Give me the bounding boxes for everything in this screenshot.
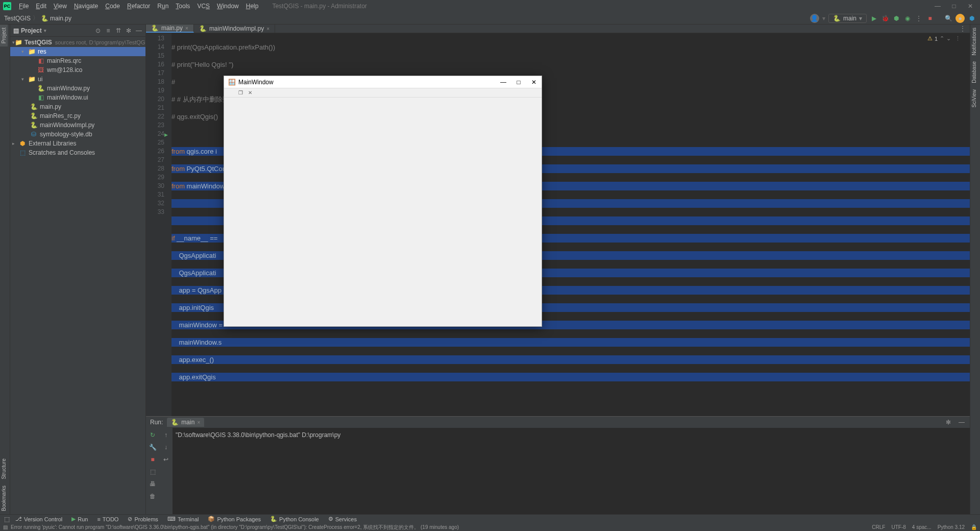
tree-external-libs[interactable]: ▸⬢ External Libraries — [10, 139, 145, 148]
select-opened-file-icon[interactable]: ⊙ — [94, 27, 102, 34]
menu-view[interactable]: View — [50, 3, 70, 10]
status-message[interactable]: Error running 'pyuic': Cannot run progra… — [11, 524, 459, 531]
search-icon[interactable]: 🔍 — [944, 14, 952, 22]
crumb-file[interactable]: main.py — [50, 15, 71, 22]
menu-navigate[interactable]: Navigate — [70, 3, 102, 10]
tree-root[interactable]: ▾📁 TestQGIS sources root, D:\program\py\… — [10, 38, 145, 47]
tree-file-mainres-rc[interactable]: 🐍 mainRes_rc.py — [10, 111, 145, 120]
line-separator[interactable]: CRLF — [872, 524, 885, 530]
down-icon[interactable]: ↓ — [162, 443, 170, 451]
wrench-icon[interactable]: 🔧 — [149, 443, 157, 451]
tool-bookmarks-tab[interactable]: Bookmarks — [0, 482, 8, 514]
editor-tab-main[interactable]: 🐍 main.py × — [146, 25, 194, 33]
menu-code[interactable]: Code — [102, 3, 124, 10]
menu-vcs[interactable]: VCS — [193, 3, 213, 10]
popup-minimize-icon[interactable]: — — [500, 79, 507, 86]
bottom-run[interactable]: ▶Run — [67, 516, 92, 522]
menu-edit[interactable]: Edit — [32, 3, 50, 10]
tree-scratches[interactable]: ⬚ Scratches and Consoles — [10, 148, 145, 157]
editor-tab-impl[interactable]: 🐍 mainWindowImpl.py × — [194, 25, 275, 33]
popup-tool-close-icon[interactable]: ✕ — [248, 90, 252, 95]
rerun-icon[interactable]: ↻ — [149, 431, 157, 439]
settings-icon[interactable]: ✻ — [125, 27, 132, 34]
tool-database-tab[interactable]: Database — [970, 58, 978, 86]
bottom-services[interactable]: ⚙Services — [324, 516, 361, 522]
run-gutter-icon[interactable]: ▶ — [164, 132, 168, 137]
tool-sciview-tab[interactable]: SciView — [970, 86, 978, 110]
menu-refactor[interactable]: Refactor — [124, 3, 154, 10]
tree-file-symbology[interactable]: ⛁ symbology-style.db — [10, 130, 145, 139]
menu-help[interactable]: Help — [242, 3, 262, 10]
interpreter[interactable]: Python 3.12 — [938, 524, 965, 530]
inspection-badge[interactable]: ⚠ 1 ⌃ ⌄ ⋮ — [927, 35, 961, 42]
ide-updates-icon[interactable]: ⬢ — [968, 14, 976, 22]
bottom-python-packages[interactable]: 📦Python Packages — [204, 516, 265, 522]
tool-project-tab[interactable]: Project — [0, 25, 8, 46]
close-icon[interactable]: ✕ — [967, 3, 974, 10]
editor-tab-options-icon[interactable]: ⋮ — [955, 25, 970, 33]
run-button-icon[interactable]: ▶ — [870, 14, 878, 22]
event-log-icon[interactable]: ▤ — [3, 524, 8, 530]
layout-icon[interactable]: ⬚ — [149, 468, 157, 476]
close-tab-icon[interactable]: × — [266, 26, 270, 32]
run-settings-icon[interactable]: ✻ — [944, 418, 952, 426]
popup-maximize-icon[interactable]: □ — [515, 79, 522, 86]
up-icon[interactable]: ↑ — [162, 431, 170, 439]
lock-icon[interactable]: 🔒 — [971, 524, 977, 530]
bottom-todo[interactable]: ≡TODO — [93, 516, 122, 522]
crumb-project[interactable]: TestQGIS — [4, 15, 31, 22]
tree-folder-res[interactable]: ▾📁 res — [10, 47, 145, 56]
file-encoding[interactable]: UTF-8 — [891, 524, 905, 530]
stop-button-icon[interactable]: ■ — [926, 14, 934, 22]
tool-notifications-tab[interactable]: Notifications — [970, 25, 978, 58]
bottom-problems[interactable]: ⊘Problems — [124, 516, 162, 522]
expand-all-icon[interactable]: ≡ — [105, 27, 112, 34]
user-avatar-icon[interactable]: 👤 — [810, 14, 819, 23]
popup-mainwindow[interactable]: 🪟 MainWindow — □ ✕ ❐ ✕ — [224, 76, 542, 327]
close-tab-icon[interactable]: × — [197, 420, 200, 425]
soft-wrap-icon[interactable]: ↩ — [162, 455, 170, 464]
tree-file-mainres[interactable]: ◧ mainRes.qrc — [10, 56, 145, 65]
python-file-icon: 🐍 — [41, 15, 48, 22]
run-tab[interactable]: 🐍 main × — [167, 418, 204, 427]
indent-config[interactable]: 4 spac... — [912, 524, 932, 530]
tree-file-mainwindow-py[interactable]: 🐍 mainWindow.py — [10, 84, 145, 93]
print-icon[interactable]: 🖶 — [149, 480, 157, 488]
tool-structure-tab[interactable]: Structure — [0, 455, 8, 482]
tree-file-mainwindowimpl[interactable]: 🐍 mainWindowImpl.py — [10, 120, 145, 130]
hide-panel-icon[interactable]: — — [135, 27, 142, 34]
bottom-terminal[interactable]: ⌨Terminal — [163, 516, 203, 522]
delete-icon[interactable]: 🗑 — [149, 492, 157, 500]
more-actions-icon[interactable]: ⋮ — [915, 14, 923, 22]
stop-icon[interactable]: ■ — [149, 455, 157, 464]
tree-file-main-py[interactable]: 🐍 main.py — [10, 102, 145, 111]
menu-run[interactable]: Run — [154, 3, 172, 10]
tree-file-mainwindow-ui[interactable]: ◧ mainWindow.ui — [10, 93, 145, 102]
maximize-icon[interactable]: □ — [950, 3, 958, 10]
run-console[interactable]: "D:\software\QGIS 3.38.0\bin\python-qgis… — [173, 428, 970, 514]
tool-windows-icon[interactable]: ⬚ — [3, 516, 10, 523]
close-tab-icon[interactable]: × — [185, 26, 188, 31]
popup-titlebar[interactable]: 🪟 MainWindow — □ ✕ — [224, 76, 542, 88]
bottom-tools-bar: ⬚ ⎇Version Control ▶Run ≡TODO ⊘Problems … — [0, 514, 980, 523]
debug-button-icon[interactable]: 🐞 — [881, 14, 889, 22]
project-tree[interactable]: ▾📁 TestQGIS sources root, D:\program\py\… — [10, 37, 145, 514]
menu-tools[interactable]: Tools — [172, 3, 193, 10]
hide-run-icon[interactable]: — — [958, 418, 966, 426]
bottom-python-console[interactable]: 🐍Python Console — [266, 516, 323, 522]
bottom-version-control[interactable]: ⎇Version Control — [11, 516, 66, 522]
popup-body[interactable] — [224, 98, 542, 326]
menu-window[interactable]: Window — [213, 3, 242, 10]
profile-icon[interactable]: ◉ — [903, 14, 912, 22]
tree-folder-ui[interactable]: ▾📁 ui — [10, 75, 145, 84]
menu-file[interactable]: File — [15, 3, 32, 10]
popup-close-icon[interactable]: ✕ — [530, 79, 537, 86]
collapse-all-icon[interactable]: ⇈ — [115, 27, 122, 34]
coverage-icon[interactable]: ⬢ — [892, 14, 900, 22]
run-config-selector[interactable]: 🐍 main ▾ — [828, 14, 867, 23]
minimize-icon[interactable]: — — [934, 3, 941, 10]
popup-restore-icon[interactable]: ❐ — [238, 90, 243, 95]
tree-file-ico[interactable]: 🖼 wm@128.ico — [10, 65, 145, 75]
cwm-avatar-icon[interactable]: ● — [955, 14, 965, 23]
project-panel-title[interactable]: ▤ Project ▾ — [13, 27, 46, 34]
